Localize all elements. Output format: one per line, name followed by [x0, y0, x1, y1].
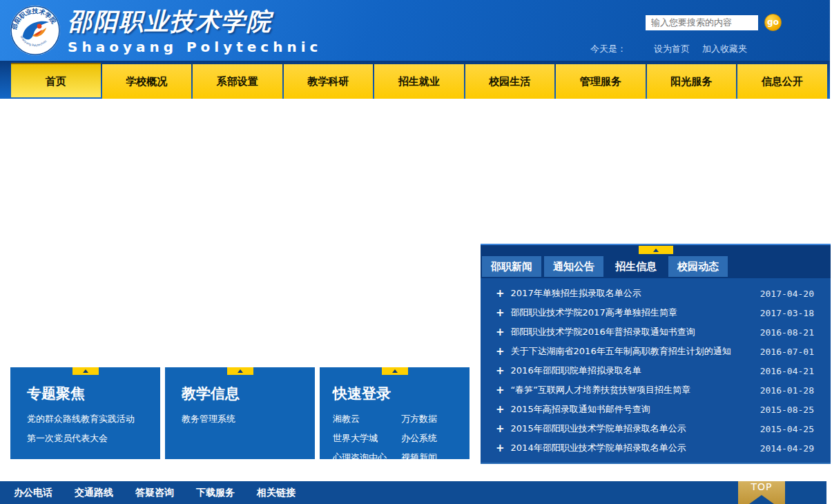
panel-title: 教学信息	[182, 384, 315, 403]
quick-login-right-column: 万方数据 办公系统 视频新闻	[401, 409, 470, 467]
footer-bar: 办公电话 交通路线 答疑咨询 下载服务 相关链接	[0, 481, 826, 504]
news-list-item[interactable]: + 邵阳职业技术学院2016年普招录取通知书查询 2016-08-21	[496, 322, 814, 342]
news-list-item[interactable]: + 2017年单独招生拟录取名单公示 2017-04-20	[496, 284, 814, 303]
quick-login-left-column: 湘教云 世界大学城 心理咨询中心	[333, 409, 401, 467]
panel-links: 党的群众路线教育实践活动 第一次党员代表大会	[27, 409, 160, 448]
news-item-title: 2016年邵阳职院单招拟录取名单	[511, 365, 753, 377]
news-tab[interactable]: 校园动态	[668, 256, 728, 277]
panel-quick-login: 快速登录 湘教云 世界大学城 心理咨询中心 万方数据 办公系统 视频新闻	[320, 367, 470, 459]
news-tab[interactable]: 通知公告	[544, 256, 603, 277]
panel-link[interactable]: 第一次党员代表大会	[27, 429, 160, 448]
panel-link[interactable]: 教务管理系统	[182, 409, 315, 429]
news-list-item[interactable]: + “春笋”互联网人才培养扶贫扶智项目招生简章 2016-01-28	[496, 380, 814, 400]
plus-icon: +	[496, 403, 505, 416]
panel-link[interactable]: 党的群众路线教育实践活动	[27, 409, 160, 429]
quick-login-columns: 湘教云 世界大学城 心理咨询中心 万方数据 办公系统 视频新闻	[333, 409, 470, 467]
footer-link[interactable]: 交通路线	[75, 487, 113, 499]
collapse-panel-tab[interactable]	[639, 246, 673, 254]
plus-icon: +	[496, 287, 505, 300]
news-list-item[interactable]: + 2016年邵阳职院单招拟录取名单 2016-04-21	[496, 361, 814, 380]
news-tab[interactable]: 招生信息	[606, 256, 666, 277]
news-panel-header: 邵职新闻 通知公告 招生信息 校园动态	[481, 245, 831, 278]
collapse-panel-tab[interactable]	[382, 367, 408, 375]
school-logo-icon[interactable]: 邵阳职业技术学院 Shaoyang Polytechnic	[10, 5, 61, 56]
today-label: 今天是：	[590, 43, 626, 55]
plus-icon: +	[496, 384, 505, 396]
footer-link[interactable]: 办公电话	[14, 487, 52, 499]
plus-icon: +	[496, 307, 505, 319]
caret-up-icon	[238, 369, 243, 373]
nav-item[interactable]: 招生就业	[374, 64, 464, 99]
plus-icon: +	[496, 365, 505, 377]
quick-login-link[interactable]: 世界大学城	[333, 429, 401, 448]
site-title-block: 邵阳职业技术学院 Shaoyang Polytechnic	[68, 6, 322, 55]
back-to-top-button[interactable]: TOP	[738, 481, 785, 504]
nav-item[interactable]: 学校概况	[102, 64, 192, 99]
ribbon-notch	[749, 495, 774, 504]
news-item-title: 2015年高招录取通知书邮件号查询	[511, 403, 753, 416]
footer-link[interactable]: 答疑咨询	[135, 487, 174, 499]
news-list-item[interactable]: + 2015年邵阳职业技术学院单招录取名单公示 2015-04-25	[496, 419, 814, 438]
caret-up-icon	[653, 249, 659, 252]
news-item-date: 2016-08-21	[760, 327, 814, 338]
panel-special-topics: 专题聚焦 党的群众路线教育实践活动 第一次党员代表大会	[10, 367, 160, 459]
site-title-zh: 邵阳职业技术学院	[68, 6, 322, 38]
news-list-item[interactable]: + 2015年高招录取通知书邮件号查询 2015-08-25	[496, 400, 814, 419]
quick-login-link[interactable]: 万方数据	[401, 409, 470, 429]
news-item-title: 邵阳职业技术学院2017高考单独招生简章	[511, 307, 753, 319]
header-meta-row: 今天是： 设为首页 加入收藏夹	[590, 43, 747, 55]
search-go-button[interactable]: go	[764, 14, 782, 31]
nav-item[interactable]: 信息公开	[737, 64, 827, 99]
news-tab[interactable]: 邵职新闻	[482, 256, 541, 277]
news-panel: 邵职新闻 通知公告 招生信息 校园动态 + 2017年单独招生拟录取名单公示 2…	[481, 244, 831, 464]
news-list-item[interactable]: + 关于下达湖南省2016年五年制高职教育招生计划的通知 2016-07-01	[496, 342, 814, 361]
footer-link[interactable]: 下载服务	[196, 487, 235, 499]
nav-item[interactable]: 系部设置	[193, 64, 282, 99]
panel-links: 教务管理系统	[182, 409, 315, 429]
news-item-title: 2014年邵阳职业技术学院单招录取名单公示	[511, 442, 753, 454]
news-item-date: 2015-08-25	[760, 405, 814, 415]
main-nav: 首页 学校概况 系部设置 教学科研 招生就业 校园生活 管理服务 阳光服务 信息…	[0, 61, 830, 99]
collapse-panel-tab[interactable]	[72, 367, 99, 375]
news-item-date: 2017-03-18	[760, 308, 814, 318]
news-item-title: “春笋”互联网人才培养扶贫扶智项目招生简章	[511, 384, 753, 396]
nav-item[interactable]: 校园生活	[465, 64, 555, 99]
plus-icon: +	[496, 345, 505, 358]
plus-icon: +	[496, 326, 505, 338]
news-item-date: 2015-04-25	[760, 424, 814, 434]
news-list-item[interactable]: + 邵阳职业技术学院2017高考单独招生简章 2017-03-18	[496, 303, 814, 322]
page: 邵阳职业技术学院 Shaoyang Polytechnic 邵阳职业技术学院 S…	[0, 0, 832, 504]
footer-link[interactable]: 相关链接	[257, 487, 296, 499]
top-label: TOP	[738, 481, 785, 493]
quick-login-link[interactable]: 办公系统	[401, 429, 470, 448]
nav-item[interactable]: 首页	[11, 63, 101, 97]
panel-title: 快速登录	[333, 384, 470, 403]
news-item-title: 关于下达湖南省2016年五年制高职教育招生计划的通知	[511, 345, 753, 358]
panel-title: 专题聚焦	[27, 384, 160, 403]
news-item-title: 2015年邵阳职业技术学院单招录取名单公示	[511, 423, 753, 435]
nav-item[interactable]: 教学科研	[284, 64, 374, 99]
site-header: 邵阳职业技术学院 Shaoyang Polytechnic 邵阳职业技术学院 S…	[0, 0, 830, 61]
news-item-date: 2016-04-21	[760, 366, 814, 376]
news-list-item[interactable]: + 2014年邵阳职业技术学院单招录取名单公示 2014-04-29	[496, 438, 814, 458]
quick-login-link[interactable]: 心理咨询中心	[333, 448, 401, 467]
nav-item[interactable]: 管理服务	[556, 64, 646, 99]
add-favorite-link[interactable]: 加入收藏夹	[702, 43, 747, 55]
news-item-date: 2017-04-20	[760, 289, 814, 299]
news-item-title: 2017年单独招生拟录取名单公示	[511, 287, 753, 300]
search-input[interactable]	[646, 15, 758, 30]
quick-login-link[interactable]: 视频新闻	[401, 448, 470, 467]
news-item-title: 邵阳职业技术学院2016年普招录取通知书查询	[511, 326, 753, 338]
news-item-date: 2014-04-29	[760, 443, 814, 454]
quick-login-link[interactable]: 湘教云	[333, 409, 401, 429]
site-title-en: Shaoyang Polytechnic	[68, 39, 322, 55]
panel-teaching-info: 教学信息 教务管理系统	[165, 367, 315, 459]
caret-up-icon	[83, 369, 88, 373]
plus-icon: +	[496, 442, 505, 454]
plus-icon: +	[496, 423, 505, 435]
caret-up-icon	[392, 369, 398, 373]
set-homepage-link[interactable]: 设为首页	[654, 43, 690, 55]
collapse-panel-tab[interactable]	[227, 367, 253, 375]
nav-item[interactable]: 阳光服务	[647, 64, 737, 99]
news-item-date: 2016-07-01	[760, 347, 814, 357]
